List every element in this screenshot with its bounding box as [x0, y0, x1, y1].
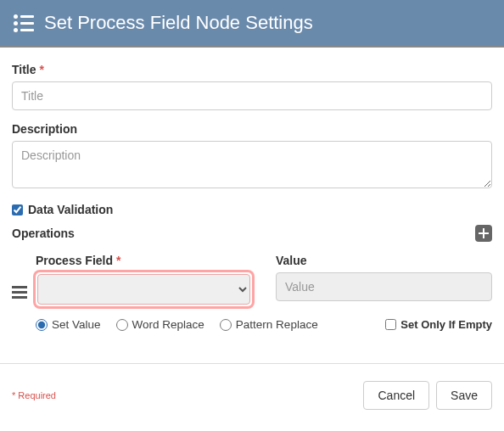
description-textarea[interactable]	[12, 141, 492, 188]
radio-word-replace[interactable]: Word Replace	[116, 318, 204, 331]
required-note: * Required	[12, 390, 56, 400]
title-input[interactable]	[12, 81, 492, 110]
operations-heading: Operations	[12, 227, 75, 240]
required-marker: *	[39, 63, 43, 76]
process-field-label: Process Field *	[36, 254, 252, 267]
set-only-if-empty[interactable]: Set Only If Empty	[385, 318, 492, 331]
radio-pattern-replace[interactable]: Pattern Replace	[220, 318, 318, 331]
add-operation-button[interactable]	[475, 225, 492, 242]
dialog-title: Set Process Field Node Settings	[44, 12, 313, 34]
value-label: Value	[276, 254, 492, 267]
data-validation-checkbox[interactable]	[12, 204, 23, 216]
required-marker: *	[116, 254, 120, 267]
data-validation-label: Data Validation	[28, 203, 113, 216]
dialog-header: Set Process Field Node Settings	[0, 0, 504, 48]
title-label: Title *	[12, 63, 492, 76]
process-field-select[interactable]	[37, 274, 250, 305]
operation-row: Process Field * Value	[12, 254, 492, 306]
radio-set-value[interactable]: Set Value	[36, 318, 101, 331]
description-label: Description	[12, 122, 492, 136]
plus-icon	[479, 228, 489, 238]
process-field-select-highlight	[36, 272, 252, 306]
value-input[interactable]	[276, 272, 492, 301]
cancel-button[interactable]: Cancel	[363, 381, 429, 410]
save-button[interactable]: Save	[436, 381, 492, 410]
list-icon	[14, 14, 34, 32]
drag-handle-icon[interactable]	[12, 286, 27, 299]
